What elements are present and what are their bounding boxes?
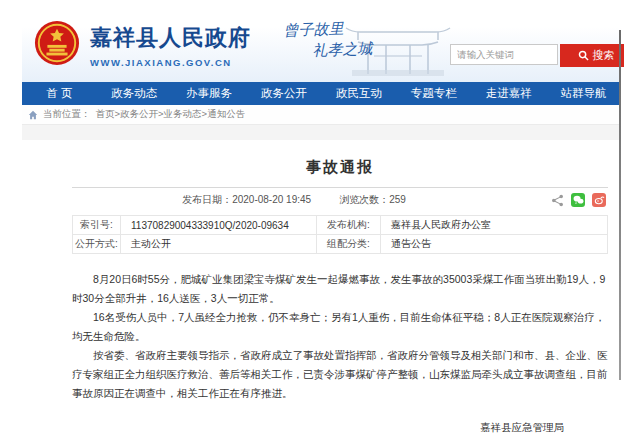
nav-item-special-topics[interactable]: 专题专栏 xyxy=(396,82,471,105)
issuing-agency-label: 发布机构: xyxy=(317,216,381,235)
body-paragraph: 16名受伤人员中，7人虽经全力抢救，仍不幸身亡；另有1人重伤，目前生命体征平稳；… xyxy=(72,308,608,346)
category-value: 通告公告 xyxy=(381,235,608,254)
breadcrumb: 当前位置： 首页>政务公开>业务动态>通知公告 xyxy=(22,105,621,125)
screen-edge-line xyxy=(619,30,621,380)
view-count-value: 259 xyxy=(389,194,406,205)
site-title: 嘉祥县人民政府 xyxy=(90,23,251,53)
site-header: 嘉祥县人民政府 WWW.JIAXIANG.GOV.CN xyxy=(22,8,621,82)
nav-item-services[interactable]: 办事服务 xyxy=(172,82,247,105)
nav-item-disclosure[interactable]: 政务公开 xyxy=(247,82,322,105)
publish-date: 发布日期：2020-08-20 19:45 xyxy=(182,193,311,207)
national-emblem-logo xyxy=(34,20,80,70)
site-slogan: 曾子故里 礼孝之城 xyxy=(283,17,372,62)
issuing-agency-value: 嘉祥县人民政府办公室 xyxy=(381,216,608,235)
index-number-value: 11370829004333910Q/2020-09634 xyxy=(121,216,317,235)
wechat-share-icon[interactable] xyxy=(571,193,585,207)
nav-item-home[interactable]: 首 页 xyxy=(22,82,97,105)
article: 事故通报 发布日期：2020-08-20 19:45 浏览次数：259 xyxy=(72,158,608,442)
publish-date-value: 2020-08-20 19:45 xyxy=(232,194,311,205)
share-bar xyxy=(551,193,606,207)
article-meta-row: 发布日期：2020-08-20 19:45 浏览次数：259 xyxy=(72,188,608,212)
divider-band xyxy=(22,125,621,140)
slogan-line-2: 礼孝之城 xyxy=(312,38,373,61)
signature-agency: 嘉祥县应急管理局 xyxy=(72,417,564,437)
table-row: 索引号: 11370829004333910Q/2020-09634 发布机构:… xyxy=(73,216,608,235)
page: 嘉祥县人民政府 WWW.JIAXIANG.GOV.CN xyxy=(0,0,624,442)
document-meta-table: 索引号: 11370829004333910Q/2020-09634 发布机构:… xyxy=(72,215,608,254)
search-icon xyxy=(578,50,589,61)
site-search: 搜索 xyxy=(450,44,624,67)
nav-item-about-jiaxiang[interactable]: 走进嘉祥 xyxy=(471,82,546,105)
article-body: 8月20日6时55分，肥城矿业集团梁宝寺煤矿发生一起爆燃事故，发生事故的3500… xyxy=(72,270,608,403)
publish-date-label: 发布日期： xyxy=(182,194,232,205)
weibo-share-icon[interactable] xyxy=(592,193,606,207)
nav-item-interaction[interactable]: 政民互动 xyxy=(322,82,397,105)
table-row: 公开方式: 主动公开 组配分类: 通告公告 xyxy=(73,235,608,254)
disclosure-mode-label: 公开方式: xyxy=(73,235,121,254)
share-icon[interactable] xyxy=(551,194,564,207)
category-label: 组配分类: xyxy=(317,235,381,254)
body-paragraph: 按省委、省政府主要领导指示，省政府成立了事故处置指挥部，省政府分管领导及相关部门… xyxy=(72,346,608,403)
search-button[interactable]: 搜索 xyxy=(560,44,624,67)
body-paragraph: 8月20日6时55分，肥城矿业集团梁宝寺煤矿发生一起爆燃事故，发生事故的3500… xyxy=(72,270,608,308)
page-title: 事故通报 xyxy=(72,158,608,177)
signature-block: 嘉祥县应急管理局 2020年8月20日 xyxy=(72,417,608,442)
signature-date: 2020年8月20日 xyxy=(72,437,564,442)
view-count: 浏览次数：259 xyxy=(339,193,406,207)
breadcrumb-path[interactable]: 首页>政务公开>业务动态>通知公告 xyxy=(96,108,246,121)
main-nav: 首 页 政务动态 办事服务 政务公开 政民互动 专题专栏 走进嘉祥 站群导航 xyxy=(22,82,621,105)
site-url: WWW.JIAXIANG.GOV.CN xyxy=(90,57,251,68)
search-button-label: 搜索 xyxy=(593,48,615,63)
home-icon xyxy=(28,110,38,120)
search-input[interactable] xyxy=(450,44,558,65)
view-count-label: 浏览次数： xyxy=(339,194,389,205)
index-number-label: 索引号: xyxy=(73,216,121,235)
breadcrumb-label: 当前位置： xyxy=(43,108,91,121)
nav-item-news[interactable]: 政务动态 xyxy=(97,82,172,105)
nav-item-site-directory[interactable]: 站群导航 xyxy=(546,82,621,105)
disclosure-mode-value: 主动公开 xyxy=(121,235,317,254)
